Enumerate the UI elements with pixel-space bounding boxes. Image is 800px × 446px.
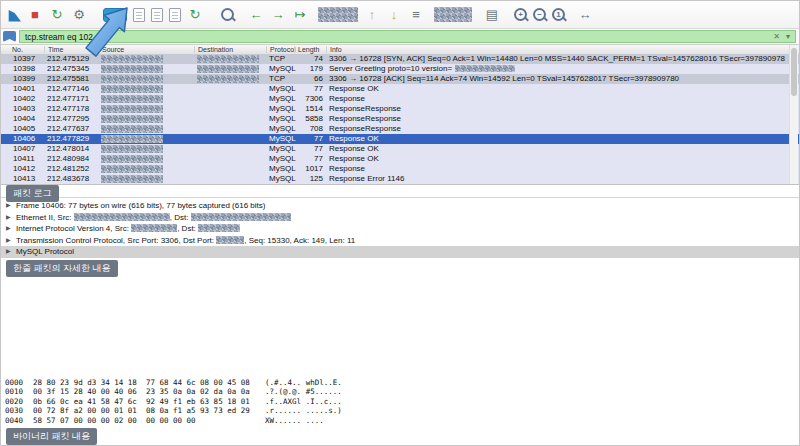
packet-row[interactable]: 10407212.478014MySQL77Response OK <box>1 144 799 154</box>
blurred-source <box>101 135 163 143</box>
blurred-source <box>101 145 163 153</box>
resize-columns-icon[interactable]: ↔ <box>577 6 593 24</box>
go-first-icon[interactable]: ↑ <box>364 6 380 24</box>
find-packet-icon[interactable] <box>221 8 234 21</box>
packet-row[interactable]: 10413212.483678MySQL125Response Error 11… <box>1 174 799 184</box>
packet-row[interactable]: 10412212.481252MySQL1017Response <box>1 164 799 174</box>
packet-row[interactable]: 10406212.477829MySQL77Response OK <box>1 134 799 144</box>
filter-dropdown-icon[interactable]: ▾ <box>786 32 790 41</box>
hex-line[interactable]: 000028 80 23 9d d3 34 14 18 77 68 44 6c … <box>5 378 342 387</box>
tutorial-arrow-icon <box>81 2 133 60</box>
packet-row[interactable]: 10399212.475581TCP663306 → 16728 [ACK] S… <box>1 74 799 84</box>
hex-line[interactable]: 001000 3f 15 28 40 00 40 06 23 35 0a 0a … <box>5 387 342 396</box>
detail-text: Transmission Control Protocol, Src Port:… <box>16 236 216 245</box>
blurred-source <box>101 165 163 173</box>
hex-line[interactable]: 003000 72 8f a2 00 00 01 01 08 0a f1 a5 … <box>5 406 342 415</box>
expand-icon[interactable]: ▶ <box>6 235 11 247</box>
packet-row[interactable]: 10398212.475345MySQL179Server Greeting p… <box>1 64 799 74</box>
blurred-source <box>101 125 163 133</box>
pane-divider <box>1 184 799 185</box>
expand-icon[interactable]: ▶ <box>6 212 11 224</box>
go-to-packet-icon[interactable]: ↦ <box>292 6 308 24</box>
blurred-source <box>101 65 163 73</box>
go-back-icon[interactable]: ← <box>248 6 264 24</box>
detail-row[interactable]: ▶Transmission Control Protocol, Src Port… <box>1 235 799 247</box>
packet-list: 10397212.475129TCP743306 → 16728 [SYN, A… <box>1 54 799 184</box>
pane-divider <box>1 197 799 198</box>
detail-text: Frame 10406: 77 bytes on wire (616 bits)… <box>16 201 265 210</box>
blurred-destination <box>197 55 259 63</box>
restart-capture-icon[interactable]: ↻ <box>49 6 65 24</box>
blurred-text <box>198 224 240 232</box>
expand-icon[interactable]: ▶ <box>6 223 11 235</box>
wireshark-fin-icon[interactable] <box>7 8 21 22</box>
packet-row[interactable]: 10411212.480984MySQL77Response OK <box>1 154 799 164</box>
detail-text: Ethernet II, Src: <box>16 213 74 222</box>
blurred-source <box>101 95 163 103</box>
blurred-destination <box>197 75 259 83</box>
blurred-text <box>131 224 177 232</box>
zoom-in-icon[interactable]: + <box>514 8 527 21</box>
filter-bookmark-icon[interactable] <box>3 31 16 42</box>
display-filter-input[interactable]: tcp.stream eq 102 ✕ ▾ <box>19 30 796 43</box>
blurred-info <box>455 65 515 72</box>
detail-row[interactable]: ▶Internet Protocol Version 4, Src: , Dst… <box>1 223 799 235</box>
detail-text: MySQL Protocol <box>16 247 74 256</box>
annotation-packet-detail: 한줄 패킷의 자세한 내용 <box>6 260 118 277</box>
detail-row[interactable]: ▶Ethernet II, Src: , Dst: <box>1 212 799 224</box>
column-time[interactable]: Time <box>44 46 63 53</box>
blurred-source <box>101 175 163 183</box>
hex-line[interactable]: 00200b 66 0c ea 41 58 47 6c 92 49 f1 eb … <box>5 397 342 406</box>
detail-row[interactable]: ▶Frame 10406: 77 bytes on wire (616 bits… <box>1 200 799 212</box>
expand-icon[interactable]: ▶ <box>6 246 11 258</box>
detail-pane: ▶Frame 10406: 77 bytes on wire (616 bits… <box>1 200 799 258</box>
blurred-source <box>101 155 163 163</box>
hex-line[interactable]: 004058 57 07 00 00 00 02 00 00 00 00 00X… <box>5 416 342 425</box>
column-destination[interactable]: Destination <box>194 46 233 53</box>
blurred-text <box>191 213 291 221</box>
blurred-destination <box>197 65 259 73</box>
save-file-icon[interactable] <box>151 8 163 22</box>
blurred-source <box>101 105 163 113</box>
detail-text: , Dst: <box>170 213 191 222</box>
packet-row[interactable]: 10401212.477146MySQL77Response OK <box>1 84 799 94</box>
packet-row[interactable]: 10402212.477171MySQL7306Response <box>1 94 799 104</box>
blurred-text <box>74 213 170 221</box>
go-forward-icon[interactable]: → <box>270 6 286 24</box>
blurred-source <box>101 85 163 93</box>
autoscroll-icon[interactable]: ≡ <box>408 6 424 24</box>
zoom-out-icon[interactable]: − <box>533 8 546 21</box>
column-info[interactable]: Info <box>326 46 342 53</box>
close-file-icon[interactable] <box>169 8 181 22</box>
annotation-packet-binary: 바이너리 패킷 내용 <box>6 428 97 445</box>
zoom-100-icon[interactable]: 1 <box>552 8 565 21</box>
blurred-source <box>101 75 163 83</box>
reload-file-icon[interactable]: ↻ <box>187 6 203 24</box>
blurred-source <box>101 115 163 123</box>
detail-row[interactable]: ▶MySQL Protocol <box>1 246 799 258</box>
colorize-icon[interactable]: ▤ <box>484 6 500 24</box>
detail-text: , Seq: 15330, Ack: 149, Len: 11 <box>244 236 355 245</box>
blurred-toolbar-region-1 <box>318 7 358 22</box>
column-length[interactable]: Length <box>294 46 319 53</box>
filter-clear-icon[interactable]: ✕ <box>773 32 780 41</box>
packet-list-scrollbar[interactable] <box>789 45 798 184</box>
scrollbar-thumb[interactable] <box>791 48 797 96</box>
blurred-toolbar-region-2 <box>434 7 472 22</box>
column-no[interactable]: No. <box>9 46 23 53</box>
annotation-packet-log: 패킷 로그 <box>6 185 59 202</box>
packet-row[interactable]: 10405212.477637MySQL708ResponseResponse <box>1 124 799 134</box>
stop-capture-icon[interactable]: ■ <box>27 6 43 24</box>
blurred-text <box>216 236 244 244</box>
detail-text: Internet Protocol Version 4, Src: <box>16 224 131 233</box>
column-protocol[interactable]: Protocol <box>266 46 296 53</box>
wireshark-window: ■↻⚙↻←→↦↑↓≡▤+−1↔ tcp.stream eq 102 ✕ ▾ No… <box>0 0 800 446</box>
detail-text: , Dst: <box>177 224 198 233</box>
open-file-icon[interactable] <box>133 8 145 22</box>
hex-pane: 000028 80 23 9d d3 34 14 18 77 68 44 6c … <box>5 378 342 425</box>
packet-row[interactable]: 10404212.477295MySQL5858ResponseResponse <box>1 114 799 124</box>
packet-row[interactable]: 10403212.477178MySQL1514ResponseResponse <box>1 104 799 114</box>
go-last-icon[interactable]: ↓ <box>386 6 402 24</box>
